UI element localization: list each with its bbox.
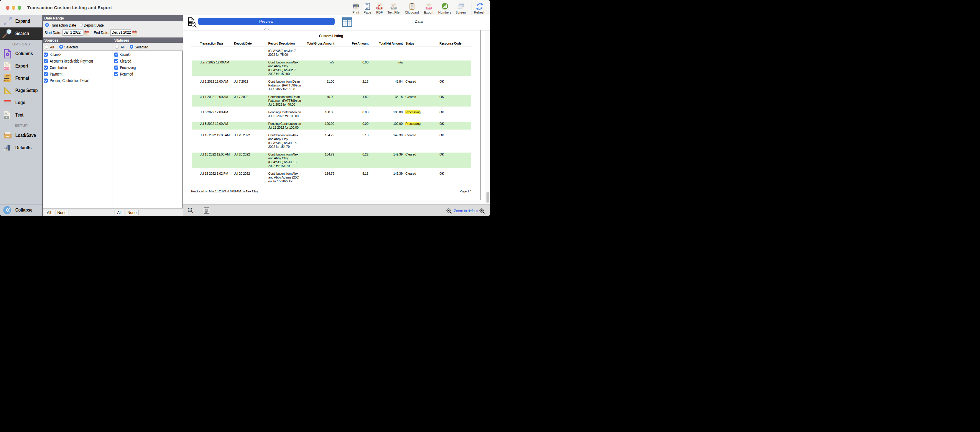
svg-text:TXT: TXT (391, 7, 395, 9)
svg-text:TXT: TXT (5, 116, 8, 118)
svg-text:CSV: CSV (426, 7, 431, 9)
svg-text:CSV: CSV (5, 67, 9, 69)
